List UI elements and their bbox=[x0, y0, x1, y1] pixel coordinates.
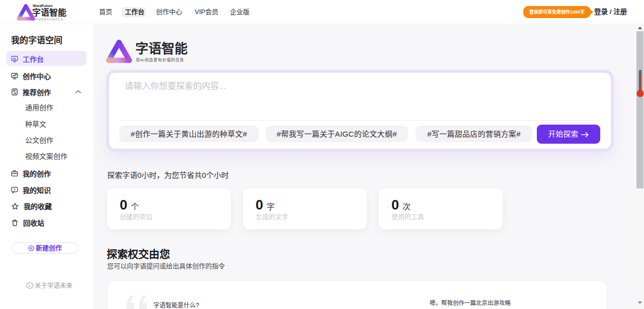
svg-text:?: ? bbox=[14, 187, 16, 192]
